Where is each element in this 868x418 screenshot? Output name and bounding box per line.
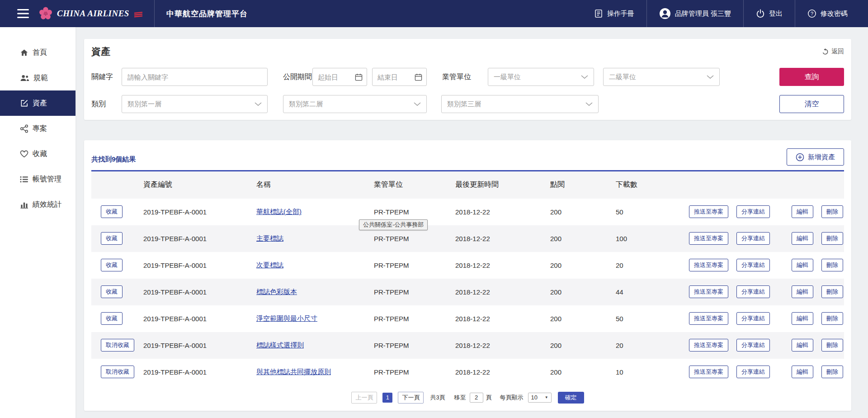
back-button[interactable]: 返回 [822,48,844,56]
per-page-select[interactable]: 10 ▼ [528,393,552,403]
sidebar-item-projects[interactable]: 專案 [0,116,75,141]
sidebar-item-home[interactable]: 首頁 [0,40,75,65]
asset-name-link[interactable]: 次要標誌 [256,261,283,269]
delete-button[interactable]: 刪除 [821,312,843,325]
sidebar-item-label: 績效統計 [33,200,61,209]
current-page-button[interactable]: 1 [382,393,392,403]
favorite-button[interactable]: 收藏 [101,259,123,271]
sidebar-item-rules[interactable]: 規範 [0,65,75,90]
push-to-project-button[interactable]: 推送至專案 [689,285,728,298]
category-level3-select[interactable]: 類別第三層 [441,95,599,113]
share-link-button[interactable]: 分享連結 [736,366,770,378]
views-cell: 200 [546,225,611,252]
asset-name-link[interactable]: 主要標誌 [256,234,283,242]
category-level1-select[interactable]: 類別第一層 [122,95,268,113]
keyword-input[interactable] [122,68,268,86]
delete-button[interactable]: 刪除 [821,366,843,378]
sidebar-item-assets[interactable]: 資產 [0,90,75,116]
undo-icon [822,48,829,55]
delete-button[interactable]: 刪除 [821,339,843,352]
edit-button[interactable]: 編輯 [792,205,813,218]
change-password-button[interactable]: ? 修改密碼 [795,0,860,27]
asset-name-link[interactable]: 與其他標誌共同擺放原則 [256,368,331,375]
start-date-value[interactable] [318,73,355,81]
edit-button[interactable]: 編輯 [792,259,813,271]
col-views: 點閱 [546,171,611,199]
share-link-button[interactable]: 分享連結 [736,312,770,325]
favorite-button[interactable]: 取消收藏 [101,366,134,378]
menu-button[interactable] [17,9,29,18]
add-asset-button[interactable]: 新增資產 [787,148,844,166]
change-password-label: 修改密碼 [821,10,848,18]
asset-name-link[interactable]: 標誌色彩版本 [256,288,297,295]
next-page-button[interactable]: 下一頁 [398,392,424,404]
sidebar-item-statistics[interactable]: 績效統計 [0,192,75,217]
share-link-button[interactable]: 分享連結 [736,259,770,271]
sidebar-item-accounts[interactable]: 帳號管理 [0,166,75,192]
prev-page-button[interactable]: 上一頁 [351,392,377,404]
table-row: 收藏 2019-TPEBF-A-0001 主要標誌 公共關係室-公共事務部 PR… [91,225,844,252]
share-link-button[interactable]: 分享連結 [736,339,770,352]
unit-cell: PR-TPEPM [369,359,451,385]
edit-button[interactable]: 編輯 [792,366,813,378]
asset-name-link[interactable]: 標誌樣式選擇則 [256,341,304,349]
updated-cell: 2018-12-22 [451,332,546,359]
col-updated: 最後更新時間 [451,171,546,199]
sidebar-item-label: 收藏 [33,149,47,159]
share-link-button[interactable]: 分享連結 [736,285,770,298]
push-to-project-button[interactable]: 推送至專案 [689,366,728,378]
results-summary: 共找到9個結果 [91,155,136,166]
downloads-cell: 10 [611,359,686,385]
push-to-project-button[interactable]: 推送至專案 [689,205,728,218]
manual-button[interactable]: 操作手冊 [582,0,646,27]
category-level2-select[interactable]: 類別第二層 [283,95,427,113]
favorite-button[interactable]: 收藏 [101,285,123,298]
actions-cell: 推送至專案 分享連結 編輯 刪除 [686,359,844,385]
favorite-button[interactable]: 收藏 [101,312,123,325]
asset-name-cell: 次要標誌 公共關係室-公共事務部 [252,252,369,279]
clear-button[interactable]: 清空 [779,95,844,113]
delete-button[interactable]: 刪除 [821,205,843,218]
favorite-button[interactable]: 收藏 [101,205,123,218]
sidebar-item-favorites[interactable]: 收藏 [0,141,75,166]
edit-button[interactable]: 編輯 [792,312,813,325]
assets-table: 資產編號 名稱 業管單位 最後更新時間 點閱 下載數 收藏 2019-TPEBF… [91,170,844,385]
power-icon [756,9,765,18]
push-to-project-button[interactable]: 推送至專案 [689,259,728,271]
add-asset-label: 新增資產 [808,153,835,162]
unit-tooltip: 公共關係室-公共事務部 [359,219,428,230]
search-button[interactable]: 查詢 [779,68,844,86]
edit-button[interactable]: 編輯 [792,285,813,298]
logout-button[interactable]: 登出 [743,0,795,27]
start-date-input[interactable] [312,68,367,86]
delete-button[interactable]: 刪除 [821,259,843,271]
share-link-button[interactable]: 分享連結 [736,232,770,245]
actions-cell: 推送至專案 分享連結 編輯 刪除 [686,225,844,252]
delete-button[interactable]: 刪除 [821,232,843,245]
updated-cell: 2018-12-22 [451,225,546,252]
edit-button[interactable]: 編輯 [792,339,813,352]
end-date-value[interactable] [377,73,415,81]
edit-button[interactable]: 編輯 [792,232,813,245]
unit-level2-select[interactable]: 二級單位 [603,68,720,86]
unit-level1-select[interactable]: 一級單位 [488,68,594,86]
push-to-project-button[interactable]: 推送至專案 [689,312,728,325]
end-date-input[interactable] [372,68,427,86]
favorite-button[interactable]: 收藏 [101,232,123,245]
unit-cell: PR-TPEPM [369,279,451,305]
asset-id-cell: 2019-TPEBF-A-0001 [139,359,252,385]
share-link-button[interactable]: 分享連結 [736,205,770,218]
delete-button[interactable]: 刪除 [821,285,843,298]
asset-name-link[interactable]: 華航標誌(全部) [256,208,302,215]
downloads-cell: 50 [611,199,686,225]
confirm-button[interactable]: 確定 [558,392,584,404]
push-to-project-button[interactable]: 推送至專案 [689,339,728,352]
actions-cell: 推送至專案 分享連結 編輯 刪除 [686,305,844,332]
push-to-project-button[interactable]: 推送至專案 [689,232,728,245]
views-cell: 200 [546,359,611,385]
user-menu[interactable]: 品牌管理員 張三豐 [646,0,743,27]
table-row: 收藏 2019-TPEBF-A-0001 華航標誌(全部) 公共關係室-公共事務… [91,199,844,225]
goto-page-input[interactable] [470,393,483,403]
asset-name-link[interactable]: 淨空範圍與最小尺寸 [256,314,317,322]
favorite-button[interactable]: 取消收藏 [101,339,134,352]
